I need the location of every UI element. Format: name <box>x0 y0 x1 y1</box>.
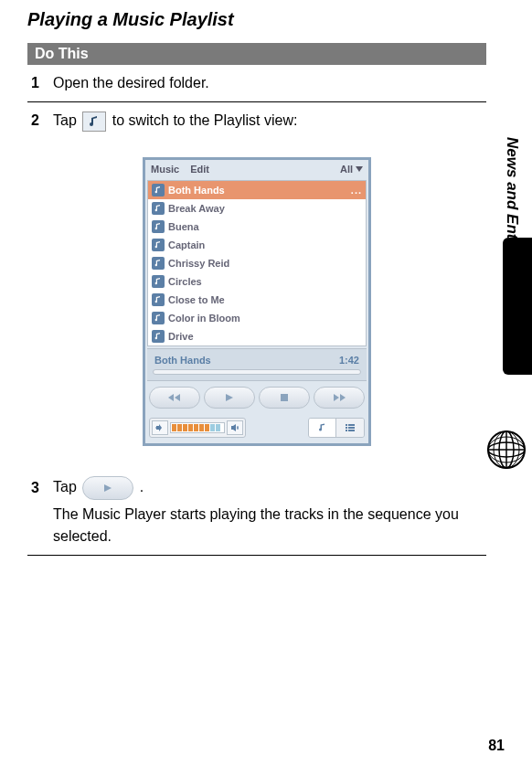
step-num: 3 <box>31 480 53 496</box>
volume-control <box>149 418 246 438</box>
play-button[interactable] <box>204 387 255 409</box>
thumb-tab <box>503 238 532 375</box>
volume-up-button[interactable] <box>227 420 243 435</box>
do-this-header: Do This <box>27 43 486 65</box>
step-1: 1 Open the desired folder. <box>27 65 486 102</box>
track-icon <box>152 257 165 270</box>
view-toggle <box>308 418 365 438</box>
view-playlist-button[interactable] <box>309 419 336 437</box>
view-list-button[interactable] <box>336 419 364 437</box>
track-list: Both Hands ... Break Away Buena Captain … <box>147 180 367 346</box>
step-text: Tap . <box>53 476 483 500</box>
svg-rect-6 <box>348 430 355 431</box>
track-icon <box>152 184 165 197</box>
menu-music[interactable]: Music <box>151 164 179 175</box>
page-number: 81 <box>488 738 505 754</box>
step-num: 2 <box>31 112 53 129</box>
menu-edit[interactable]: Edit <box>190 164 209 175</box>
np-title: Both Hands <box>154 355 211 366</box>
track-item[interactable]: Both Hands ... <box>148 181 366 199</box>
track-item[interactable]: Break Away <box>148 199 366 218</box>
track-icon <box>152 220 165 233</box>
step-3-desc: The Music Player starts playing the trac… <box>53 504 483 547</box>
track-item[interactable]: Color in Bloom <box>148 309 366 327</box>
track-name: Drive <box>168 331 194 342</box>
transport-controls <box>145 381 368 414</box>
forward-button[interactable] <box>314 387 365 409</box>
track-name: Buena <box>168 221 199 232</box>
step-3: 3 Tap . <box>27 469 486 502</box>
track-name: Break Away <box>168 203 225 214</box>
track-item[interactable]: Close to Me <box>148 291 366 309</box>
chevron-down-icon <box>356 166 363 172</box>
track-icon <box>152 202 165 215</box>
step-2-pre: Tap <box>53 112 80 128</box>
track-icon <box>152 293 165 306</box>
music-note-icon <box>82 112 106 132</box>
track-icon <box>152 330 165 343</box>
np-time: 1:42 <box>339 355 359 366</box>
filter-all[interactable]: All <box>340 164 363 175</box>
track-icon <box>152 239 165 251</box>
track-name: Both Hands <box>168 185 225 196</box>
track-name: Chrissy Reid <box>168 258 229 269</box>
track-name: Captain <box>168 239 205 250</box>
globe-icon <box>486 430 527 470</box>
device-menubar: Music Edit All <box>145 160 368 180</box>
svg-rect-1 <box>346 424 347 426</box>
svg-rect-3 <box>346 427 347 429</box>
step-num: 1 <box>31 75 53 91</box>
device-screenshot: Music Edit All Both Hands ... Break Away… <box>143 157 371 446</box>
track-item[interactable]: Drive <box>148 327 366 345</box>
step-3-post: . <box>140 479 144 494</box>
bottom-bar <box>145 414 368 443</box>
svg-rect-5 <box>346 430 347 431</box>
volume-meter <box>170 422 225 433</box>
step-3-pre: Tap <box>53 479 80 494</box>
step-text: Open the desired folder. <box>53 72 483 94</box>
stop-button[interactable] <box>259 387 310 409</box>
track-item[interactable]: Buena <box>148 218 366 236</box>
track-name: Circles <box>168 276 202 287</box>
track-item[interactable]: Chrissy Reid <box>148 254 366 272</box>
step-2: 2 Tap to switch to the Playlist view: <box>27 102 486 139</box>
svg-rect-2 <box>348 424 355 426</box>
svg-rect-4 <box>348 427 355 429</box>
track-more: ... <box>351 185 362 196</box>
play-button-icon <box>82 476 133 500</box>
rewind-button[interactable] <box>149 387 200 409</box>
track-icon <box>152 275 165 288</box>
now-playing: Both Hands 1:42 <box>147 348 367 381</box>
page-title: Playing a Music Playlist <box>27 9 486 30</box>
step-2-post: to switch to the Playlist view: <box>112 112 298 128</box>
track-name: Color in Bloom <box>168 313 240 324</box>
filter-all-label: All <box>340 164 353 175</box>
volume-down-button[interactable] <box>152 420 168 435</box>
step-text: Tap to switch to the Playlist view: <box>53 110 483 132</box>
track-name: Close to Me <box>168 294 225 305</box>
track-item[interactable]: Circles <box>148 272 366 291</box>
svg-rect-0 <box>281 394 288 401</box>
track-icon <box>152 312 165 324</box>
step-3-desc-row: The Music Player starts playing the trac… <box>27 502 486 556</box>
track-item[interactable]: Captain <box>148 236 366 254</box>
progress-bar[interactable] <box>153 369 361 375</box>
